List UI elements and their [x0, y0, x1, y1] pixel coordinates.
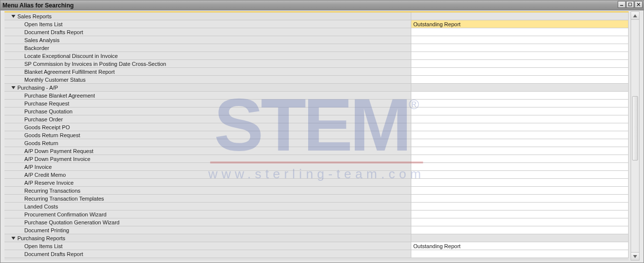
menu-label-cell[interactable]: Purchasing - A/P [4, 84, 411, 91]
alias-input-cell[interactable] [411, 131, 629, 139]
menu-label-cell[interactable]: Locate Exceptional Discount in Invoice [4, 52, 411, 59]
menu-label-cell[interactable]: Document Drafts Report [4, 28, 411, 36]
menu-label-cell[interactable]: Goods Receipt PO [4, 123, 411, 131]
alias-input-cell[interactable] [411, 155, 629, 162]
alias-input-cell[interactable] [411, 44, 629, 52]
tree-item-row[interactable]: Document Printing [4, 226, 629, 234]
tree-item-row[interactable]: Goods Receipt PO [4, 123, 629, 131]
alias-input-cell[interactable] [411, 68, 629, 75]
vertical-scrollbar[interactable] [631, 11, 640, 261]
tree-item-row[interactable]: Goods Return [4, 139, 629, 147]
menu-label-cell[interactable]: Open Items List [4, 20, 411, 28]
tree-header-row[interactable]: Purchasing Reports [4, 234, 629, 242]
menu-label-cell[interactable]: Goods Return [4, 139, 411, 147]
menu-label-cell[interactable]: Sales Analysis [4, 36, 411, 44]
alias-input-cell[interactable] [411, 52, 629, 59]
alias-input-cell[interactable]: Outstanding Report [411, 242, 629, 250]
alias-input-cell[interactable]: Outstanding Report [411, 20, 629, 28]
tree-item-row[interactable]: Purchase Quotation [4, 107, 629, 115]
tree-item-row[interactable]: A/P Invoice [4, 163, 629, 171]
menu-label-cell[interactable]: SP Commission by Invoices in Posting Dat… [4, 60, 411, 67]
alias-input-cell[interactable] [411, 203, 629, 210]
titlebar[interactable]: Menu Alias for Searching [0, 0, 644, 10]
tree-item-row[interactable]: Document Drafts Report [4, 28, 629, 36]
alias-input-cell[interactable] [411, 115, 629, 123]
menu-label-cell[interactable]: Purchase Blanket Agreement [4, 92, 411, 99]
scroll-thumb[interactable] [632, 96, 638, 160]
menu-label-cell[interactable]: Open Items List [4, 242, 411, 250]
tree-item-row[interactable]: Backorder [4, 44, 629, 52]
tree-item-row[interactable]: Monthly Customer Status [4, 76, 629, 84]
tree-item-row[interactable]: Purchase Blanket Agreement [4, 92, 629, 100]
menu-label-cell[interactable]: A/P Reserve Invoice [4, 179, 411, 186]
alias-input-cell[interactable] [411, 36, 629, 44]
menu-label-cell[interactable]: Purchase Request [4, 100, 411, 107]
alias-input-cell[interactable] [411, 210, 629, 218]
tree-item-row[interactable]: A/P Down Payment Invoice [4, 155, 629, 163]
menu-label-cell[interactable]: Monthly Customer Status [4, 76, 411, 83]
menu-label-cell[interactable]: A/P Invoice [4, 163, 411, 170]
tree-item-row[interactable]: Document Drafts Report [4, 250, 629, 258]
tree-item-row[interactable]: A/P Down Payment Request [4, 147, 629, 155]
alias-input-cell[interactable] [411, 100, 629, 107]
tree-item-row[interactable]: Landed Costs [4, 203, 629, 210]
menu-label-cell[interactable]: Purchasing Reports [4, 234, 411, 242]
tree-header-row[interactable]: Sales Reports [4, 12, 629, 20]
alias-input-cell[interactable] [411, 147, 629, 155]
alias-input-cell[interactable] [411, 28, 629, 36]
alias-input-cell[interactable] [411, 195, 629, 202]
alias-input-cell[interactable] [411, 139, 629, 147]
tree-item-row[interactable]: Recurring Transaction Templates [4, 195, 629, 203]
tree-item-row[interactable]: Purchase Order [4, 115, 629, 123]
tree-item-row[interactable]: Blanket Agreement Fulfillment Report [4, 68, 629, 76]
menu-label-cell[interactable]: Purchase Quotation Generation Wizard [4, 218, 411, 226]
tree-item-row[interactable]: Purchase Request [4, 100, 629, 107]
tree-item-row[interactable]: SP Commission by Invoices in Posting Dat… [4, 60, 629, 68]
menu-label-cell[interactable]: Document Printing [4, 226, 411, 234]
menu-label-cell[interactable]: Backorder [4, 44, 411, 52]
tree-item-row[interactable]: Recurring Transactions [4, 187, 629, 195]
tree-item-row[interactable]: Procurement Confirmation Wizard [4, 210, 629, 218]
tree-item-row[interactable]: Goods Return Request [4, 131, 629, 139]
menu-label-cell[interactable]: Purchase Order [4, 115, 411, 123]
close-button[interactable] [635, 1, 643, 8]
menu-label-cell[interactable]: A/P Down Payment Request [4, 147, 411, 155]
tree-item-row[interactable]: Open Items ListOutstanding Report [4, 242, 629, 250]
menu-label-cell[interactable]: Procurement Confirmation Wizard [4, 210, 411, 218]
menu-label-cell[interactable]: Goods Return Request [4, 131, 411, 139]
expand-icon[interactable] [11, 86, 15, 89]
expand-icon[interactable] [11, 237, 15, 240]
alias-input-cell[interactable] [411, 60, 629, 67]
alias-input-cell[interactable] [411, 171, 629, 178]
menu-label-cell[interactable]: Sales Reports [4, 12, 411, 20]
scroll-up-arrow-icon[interactable] [631, 12, 639, 20]
alias-input-cell[interactable] [411, 107, 629, 115]
maximize-button[interactable] [626, 1, 634, 8]
alias-input-cell[interactable] [411, 250, 629, 258]
menu-label-cell[interactable]: A/P Down Payment Invoice [4, 155, 411, 162]
scroll-down-arrow-icon[interactable] [631, 252, 639, 260]
tree-item-row[interactable]: Open Items ListOutstanding Report [4, 20, 629, 28]
minimize-button[interactable] [618, 1, 626, 8]
alias-input-cell[interactable] [411, 76, 629, 83]
expand-icon[interactable] [11, 15, 15, 18]
tree-header-row[interactable]: Purchasing - A/P [4, 84, 629, 92]
tree-item-row[interactable]: Sales Analysis [4, 36, 629, 44]
tree-item-row[interactable]: Locate Exceptional Discount in Invoice [4, 52, 629, 60]
menu-label-cell[interactable]: Recurring Transaction Templates [4, 195, 411, 202]
tree-item-row[interactable]: A/P Reserve Invoice [4, 179, 629, 187]
alias-input-cell[interactable] [411, 123, 629, 131]
alias-input-cell[interactable] [411, 179, 629, 186]
alias-input-cell[interactable] [411, 218, 629, 226]
alias-input-cell[interactable] [411, 163, 629, 170]
menu-label-cell[interactable]: Recurring Transactions [4, 187, 411, 194]
alias-input-cell[interactable] [411, 187, 629, 194]
menu-label-cell[interactable]: Document Drafts Report [4, 250, 411, 258]
alias-input-cell[interactable] [411, 226, 629, 234]
menu-label-cell[interactable]: Landed Costs [4, 203, 411, 210]
menu-label-cell[interactable]: A/P Credit Memo [4, 171, 411, 178]
tree-item-row[interactable]: Purchase Quotation Generation Wizard [4, 218, 629, 226]
alias-input-cell[interactable] [411, 92, 629, 99]
tree-item-row[interactable]: A/P Credit Memo [4, 171, 629, 179]
menu-label-cell[interactable]: Purchase Quotation [4, 107, 411, 115]
